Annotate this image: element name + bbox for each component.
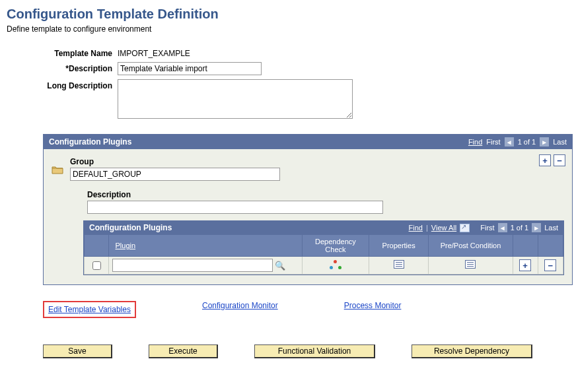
- prepost-col-header: Pre/Post Condition: [429, 235, 513, 257]
- properties-col-header: Properties: [369, 235, 429, 257]
- execute-button[interactable]: Execute: [149, 344, 218, 358]
- group-label: Group: [70, 157, 564, 166]
- prev-icon[interactable]: ◄: [505, 137, 514, 147]
- inner-last-label: Last: [544, 224, 558, 232]
- inner-counter: 1 of 1: [511, 224, 529, 232]
- long-description-textarea[interactable]: [118, 79, 353, 119]
- inner-find-link[interactable]: Find: [409, 224, 423, 232]
- template-name-value: IMPORT_EXAMPLE: [118, 47, 190, 58]
- delete-row-icon[interactable]: −: [554, 154, 565, 166]
- prepost-icon[interactable]: [465, 260, 476, 269]
- group-description-input[interactable]: [87, 201, 383, 214]
- plugin-input[interactable]: [112, 259, 273, 272]
- zoom-icon[interactable]: [460, 224, 470, 232]
- configuration-monitor-link[interactable]: Configuration Monitor: [202, 301, 278, 318]
- process-monitor-link[interactable]: Process Monitor: [344, 301, 402, 318]
- inner-plugins-section: Configuration Plugins Find | View All Fi…: [83, 220, 564, 275]
- dependency-col-header: Dependency Check: [303, 235, 369, 257]
- plugins-table: Plugin Dependency Check Properties Pre/P…: [84, 234, 563, 275]
- section-title: Configuration Plugins: [49, 137, 131, 147]
- page-subtitle: Define template to configure environment: [7, 24, 567, 34]
- inner-next-icon[interactable]: ►: [532, 223, 541, 232]
- template-name-label: Template Name: [7, 47, 118, 58]
- find-link[interactable]: Find: [468, 138, 482, 146]
- first-label: First: [486, 138, 500, 146]
- inner-section-title: Configuration Plugins: [89, 223, 172, 232]
- description-input[interactable]: [118, 62, 262, 75]
- edit-template-variables-link[interactable]: Edit Template Variables: [48, 305, 131, 314]
- inner-first-label: First: [480, 224, 494, 232]
- inner-prev-icon[interactable]: ◄: [498, 223, 507, 232]
- group-description-label: Description: [87, 190, 564, 199]
- long-description-label: Long Description: [7, 79, 118, 90]
- next-icon[interactable]: ►: [540, 137, 549, 147]
- save-button[interactable]: Save: [43, 344, 112, 358]
- functional-validation-button[interactable]: Functional Validation: [254, 344, 375, 358]
- group-input[interactable]: [70, 168, 280, 181]
- row-delete-icon[interactable]: −: [544, 259, 556, 271]
- last-label: Last: [553, 138, 567, 146]
- row-add-icon[interactable]: +: [519, 259, 531, 271]
- page-title: Configuration Template Definition: [7, 7, 567, 22]
- lookup-icon[interactable]: 🔍: [275, 261, 285, 271]
- add-row-icon[interactable]: +: [539, 154, 551, 166]
- dependency-check-icon[interactable]: [330, 260, 341, 269]
- plugin-col-header[interactable]: Plugin: [116, 242, 136, 249]
- row-checkbox[interactable]: [92, 261, 101, 270]
- resolve-dependency-button[interactable]: Resolve Dependency: [412, 344, 532, 358]
- configuration-plugins-section: Configuration Plugins Find First ◄ 1 of …: [43, 134, 573, 285]
- properties-icon[interactable]: [394, 260, 404, 269]
- record-counter: 1 of 1: [518, 138, 536, 146]
- view-all-link[interactable]: View All: [431, 224, 456, 232]
- table-row: 🔍 + −: [85, 257, 563, 275]
- folder-icon: [52, 165, 63, 176]
- edit-template-variables-highlight: Edit Template Variables: [43, 301, 136, 318]
- description-label: *Description: [7, 62, 118, 73]
